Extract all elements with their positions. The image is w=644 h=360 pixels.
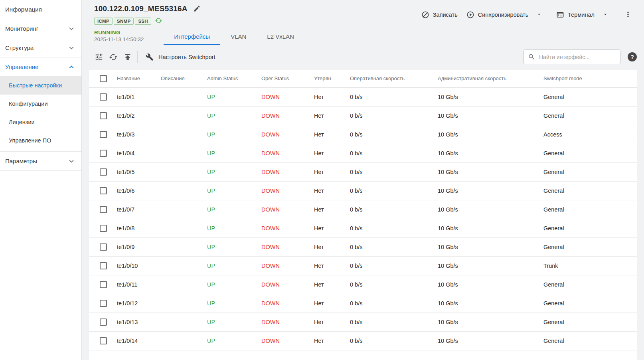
interfaces-table: НазваниеОписаниеAdmin StatusOper StatusУ… <box>89 70 637 350</box>
row-checkbox[interactable] <box>100 131 107 138</box>
table-row[interactable]: te1/0/10 UP DOWN Нет 0 b/s 10 Gb/s Trunk <box>89 256 637 275</box>
cell-oper-status: DOWN <box>258 313 311 331</box>
cell-oper-speed: 0 b/s <box>347 125 435 144</box>
search-icon <box>528 53 535 61</box>
cell-switchport-mode: Access <box>540 125 637 144</box>
table-row[interactable]: te1/0/5 UP DOWN Нет 0 b/s 10 Gb/s Genera… <box>89 162 637 181</box>
cell-lost: Нет <box>311 87 347 106</box>
status-state: RUNNING <box>94 30 144 36</box>
cell-name: te1/0/8 <box>114 219 158 237</box>
sidebar-item[interactable]: Параметры <box>0 152 81 170</box>
table-row[interactable]: te1/0/9 UP DOWN Нет 0 b/s 10 Gb/s Genera… <box>89 237 637 256</box>
sidebar-section: Управление Быстрые настройки Конфигураци… <box>0 57 81 152</box>
cell-description <box>158 331 204 350</box>
cell-switchport-mode: General <box>540 200 637 219</box>
sidebar-subitem[interactable]: Конфигурации <box>0 95 81 113</box>
row-checkbox[interactable] <box>100 168 107 176</box>
cell-lost: Нет <box>311 313 347 331</box>
cell-lost: Нет <box>311 162 347 181</box>
sidebar-subitem[interactable]: Управление ПО <box>0 131 81 150</box>
cell-oper-status: DOWN <box>258 162 311 181</box>
column-header[interactable]: Административная скорость <box>435 70 540 87</box>
cell-admin-status: UP <box>204 294 258 313</box>
tune-icon <box>95 53 103 61</box>
row-checkbox[interactable] <box>100 281 107 288</box>
row-checkbox[interactable] <box>100 93 107 101</box>
write-button[interactable]: Записать <box>417 8 462 22</box>
select-all-checkbox[interactable] <box>100 75 107 82</box>
cell-admin-speed: 10 Gb/s <box>435 256 540 275</box>
tab-label: VLAN <box>231 33 246 40</box>
row-checkbox[interactable] <box>100 187 107 194</box>
cell-description <box>158 181 204 200</box>
sidebar-subitem[interactable]: Быстрые настройки <box>0 76 81 95</box>
search-input[interactable] <box>539 54 616 60</box>
chevron-down-icon <box>67 44 76 52</box>
row-checkbox[interactable] <box>100 243 107 251</box>
column-header[interactable]: Switchport mode <box>540 70 637 87</box>
row-checkbox[interactable] <box>100 112 107 119</box>
row-checkbox[interactable] <box>100 318 107 326</box>
tab[interactable]: Интерфейсы <box>164 28 220 45</box>
table-row[interactable]: te1/0/2 UP DOWN Нет 0 b/s 10 Gb/s Genera… <box>89 106 637 125</box>
row-checkbox[interactable] <box>100 150 107 157</box>
table-row[interactable]: te1/0/6 UP DOWN Нет 0 b/s 10 Gb/s Genera… <box>89 181 637 200</box>
cell-oper-speed: 0 b/s <box>347 200 435 219</box>
help-button[interactable]: ? <box>628 52 637 61</box>
table-row[interactable]: te1/0/3 UP DOWN Нет 0 b/s 10 Gb/s Access <box>89 125 637 144</box>
column-header[interactable]: Название <box>114 70 158 87</box>
sidebar-item[interactable]: Структура <box>0 38 81 57</box>
sidebar-item[interactable]: Информация <box>0 0 81 19</box>
cell-name: te1/0/11 <box>114 275 158 294</box>
configure-switchport-button[interactable]: Настроить Switchport <box>142 50 219 64</box>
column-header[interactable]: Оперативная скорость <box>347 70 435 87</box>
cell-switchport-mode: General <box>540 331 637 350</box>
tab[interactable]: L2 VxLAN <box>257 28 304 45</box>
cell-name: te1/0/3 <box>114 125 158 144</box>
tab[interactable]: VLAN <box>220 28 257 45</box>
column-header[interactable]: Описание <box>158 70 204 87</box>
cell-admin-speed: 10 Gb/s <box>435 106 540 125</box>
terminal-button[interactable]: Терминал <box>552 8 599 22</box>
table-row[interactable]: te1/0/11 UP DOWN Нет 0 b/s 10 Gb/s Gener… <box>89 275 637 294</box>
sidebar-subitem[interactable]: Лицензии <box>0 113 81 131</box>
table-row[interactable]: te1/0/7 UP DOWN Нет 0 b/s 10 Gb/s Genera… <box>89 200 637 219</box>
table-row[interactable]: te1/0/12 UP DOWN Нет 0 b/s 10 Gb/s Gener… <box>89 294 637 313</box>
configure-switchport-label: Настроить Switchport <box>158 54 215 60</box>
row-checkbox[interactable] <box>100 206 107 213</box>
cell-description <box>158 313 204 331</box>
sidebar-item[interactable]: Мониторинг <box>0 19 81 38</box>
status-timestamp: 2025-11-13 14:50:32 <box>94 36 144 42</box>
cell-description <box>158 125 204 144</box>
sidebar-item[interactable]: Управление <box>0 57 81 76</box>
edit-title-button[interactable] <box>192 4 201 13</box>
column-header[interactable]: Утерян <box>311 70 347 87</box>
refresh-table-button[interactable] <box>106 50 121 64</box>
cell-name: te1/0/10 <box>114 256 158 275</box>
more-options-button[interactable] <box>622 8 634 22</box>
row-checkbox[interactable] <box>100 225 107 232</box>
row-checkbox[interactable] <box>100 337 107 344</box>
table-row[interactable]: te1/0/4 UP DOWN Нет 0 b/s 10 Gb/s Genera… <box>89 144 637 162</box>
cell-description <box>158 162 204 181</box>
status-refresh-icon[interactable] <box>152 17 162 26</box>
terminal-dropdown-button[interactable] <box>599 9 611 21</box>
column-header[interactable]: Admin Status <box>204 70 258 87</box>
filter-columns-button[interactable] <box>92 50 106 64</box>
row-checkbox[interactable] <box>100 262 107 269</box>
cell-name: te1/0/12 <box>114 294 158 313</box>
sync-dropdown-button[interactable] <box>533 9 545 21</box>
upload-button[interactable] <box>121 50 135 64</box>
table-row[interactable]: te1/0/13 UP DOWN Нет 0 b/s 10 Gb/s Gener… <box>89 313 637 331</box>
row-checkbox[interactable] <box>100 300 107 307</box>
table-row[interactable]: te1/0/1 UP DOWN Нет 0 b/s 10 Gb/s Genera… <box>89 87 637 106</box>
cell-switchport-mode: General <box>540 162 637 181</box>
sync-button[interactable]: Синхронизировать <box>462 8 532 22</box>
cell-oper-status: DOWN <box>258 294 311 313</box>
cell-oper-speed: 0 b/s <box>347 237 435 256</box>
column-header[interactable]: Oper Status <box>258 70 311 87</box>
table-row[interactable]: te1/0/14 UP DOWN Нет 0 b/s 10 Gb/s Gener… <box>89 331 637 350</box>
table-row[interactable]: te1/0/8 UP DOWN Нет 0 b/s 10 Gb/s Genera… <box>89 219 637 237</box>
cell-switchport-mode: General <box>540 237 637 256</box>
cell-oper-speed: 0 b/s <box>347 275 435 294</box>
